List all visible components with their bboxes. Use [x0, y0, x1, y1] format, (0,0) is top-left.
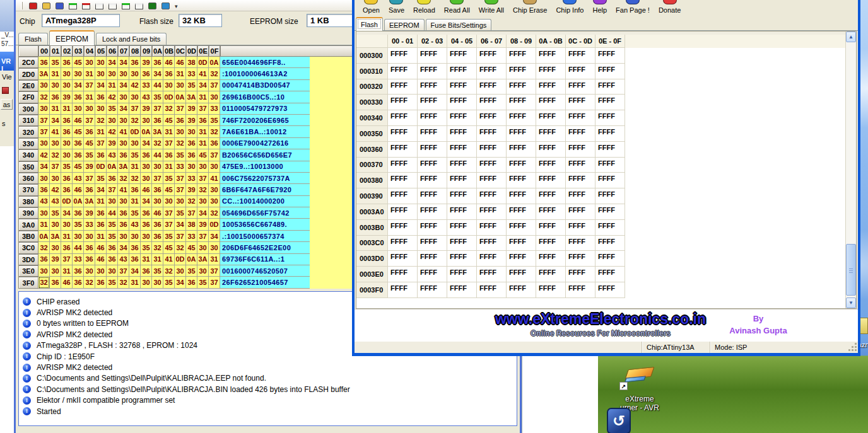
hex-byte-cell[interactable]: 0A — [141, 126, 152, 137]
hex-byte-cell[interactable]: 30 — [118, 138, 129, 149]
hex-byte-cell[interactable]: 35 — [163, 173, 175, 184]
hex-byte-cell[interactable]: 39 — [186, 184, 197, 195]
hex-byte-cell[interactable]: 32 — [197, 184, 209, 195]
hex-byte-cell[interactable]: 43 — [38, 196, 50, 207]
hex-byte-cell[interactable]: 30 — [107, 68, 118, 79]
hex-byte-cell[interactable]: 36 — [107, 242, 118, 253]
grid-word-cell[interactable]: FFFF — [418, 110, 447, 126]
grid-word-cell[interactable]: FFFF — [447, 220, 477, 236]
hex-byte-cell[interactable]: 0D — [175, 254, 186, 265]
grid-word-cell[interactable]: FFFF — [477, 126, 507, 142]
grid-word-cell[interactable]: FFFF — [447, 48, 477, 64]
hex-byte-cell[interactable]: 32 — [152, 242, 163, 253]
hex-byte-cell[interactable]: 30 — [61, 149, 73, 161]
grid-word-cell[interactable]: FFFF — [507, 64, 536, 79]
hex-byte-cell[interactable]: 46 — [163, 57, 175, 68]
grid-word-cell[interactable]: FFFF — [477, 142, 507, 158]
hex-byte-cell[interactable]: 37 — [84, 80, 95, 91]
hex-byte-cell[interactable]: 31 — [61, 231, 73, 242]
vertical-scrollbar[interactable]: ▲ ▼ — [845, 32, 856, 308]
grid-word-cell[interactable]: FFFF — [507, 220, 536, 236]
hex-byte-cell[interactable]: 37 — [209, 80, 220, 91]
grid-word-cell[interactable]: FFFF — [595, 110, 625, 126]
hex-byte-cell[interactable]: 34 — [197, 207, 209, 219]
hex-byte-cell[interactable]: 30 — [50, 242, 61, 253]
hex-byte-cell[interactable]: 30 — [95, 68, 107, 79]
hex-byte-cell[interactable]: 37 — [38, 115, 50, 126]
grid-word-cell[interactable]: FFFF — [595, 158, 625, 173]
hex-byte-cell[interactable]: 32 — [209, 207, 220, 219]
hex-byte-cell[interactable]: 45 — [73, 126, 84, 137]
hex-row-header[interactable]: 350 — [18, 161, 38, 173]
grid-word-cell[interactable]: FFFF — [418, 79, 447, 95]
hex-ascii-cell[interactable]: 0006E79004272616 — [220, 138, 310, 149]
hex-byte-cell[interactable]: 34 — [107, 57, 118, 68]
grid-word-cell[interactable]: FFFF — [536, 220, 566, 236]
hex-byte-cell[interactable]: 30 — [118, 196, 129, 207]
hex-byte-cell[interactable]: 30 — [107, 115, 118, 126]
hex-byte-cell[interactable]: 45 — [73, 57, 84, 68]
hex-byte-cell[interactable]: 37 — [163, 219, 175, 230]
grid-word-cell[interactable]: FFFF — [477, 79, 507, 95]
hex-byte-cell[interactable]: 30 — [107, 196, 118, 207]
resize-grip[interactable] — [849, 344, 857, 351]
hex-byte-cell[interactable]: 36 — [129, 242, 141, 253]
grid-word-cell[interactable]: FFFF — [477, 158, 507, 173]
grid-word-cell[interactable]: FFFF — [536, 79, 566, 95]
grid-word-cell[interactable]: FFFF — [507, 126, 536, 142]
scroll-up-arrow-icon[interactable]: ▲ — [846, 32, 856, 42]
desktop-icon-extreme-burner[interactable]: ↗ eXtreme urner - AVR — [617, 368, 662, 412]
hex-col-header-01[interactable]: 01 — [50, 45, 61, 57]
hex-byte-cell[interactable]: 30 — [186, 126, 197, 137]
grid-word-cell[interactable]: FFFF — [477, 48, 507, 64]
grid-word-cell[interactable]: FFFF — [507, 158, 536, 173]
hex-byte-cell[interactable]: 30 — [209, 184, 220, 195]
hex-col-header-02[interactable]: 02 — [61, 45, 73, 57]
grid-word-cell[interactable]: FFFF — [566, 142, 595, 158]
toolbar-button-save[interactable]: Save — [385, 0, 408, 14]
grid-word-cell[interactable]: FFFF — [477, 173, 507, 188]
hex-byte-cell[interactable]: 34 — [152, 68, 163, 79]
hex-byte-cell[interactable]: 37 — [197, 173, 209, 184]
hex-byte-cell[interactable]: 30 — [152, 196, 163, 207]
hex-byte-cell[interactable]: 30 — [129, 68, 141, 79]
hex-ascii-cell[interactable]: 7A6E61BA..:10012 — [220, 126, 310, 137]
hex-byte-cell[interactable]: 31 — [197, 138, 209, 149]
hex-byte-cell[interactable]: 33 — [175, 161, 186, 173]
grid-word-cell[interactable]: FFFF — [477, 95, 507, 110]
hex-byte-cell[interactable]: 3A — [38, 68, 50, 79]
grid-word-cell[interactable]: FFFF — [536, 158, 566, 173]
grid-word-cell[interactable]: FFFF — [595, 48, 625, 64]
grid-word-cell[interactable]: FFFF — [536, 236, 566, 251]
hex-byte-cell[interactable]: 32 — [163, 103, 175, 115]
hex-byte-cell[interactable]: 31 — [61, 103, 73, 115]
hex-byte-cell[interactable]: 39 — [84, 161, 95, 173]
hex-byte-cell[interactable]: 30 — [50, 173, 61, 184]
hex-row-header[interactable]: 3A0 — [18, 219, 38, 230]
hex-byte-cell[interactable]: 34 — [118, 57, 129, 68]
hex-byte-cell[interactable]: 30 — [118, 115, 129, 126]
hex-byte-cell[interactable]: 35 — [84, 149, 95, 161]
grid-word-cell[interactable]: FFFF — [418, 204, 447, 220]
hex-byte-cell[interactable]: 39 — [141, 57, 152, 68]
hex-byte-cell[interactable]: 3A — [84, 196, 95, 207]
grid-word-cell[interactable]: FFFF — [477, 267, 507, 282]
hex-byte-cell[interactable]: 42 — [107, 126, 118, 137]
toolbar-button-open[interactable]: Open — [360, 0, 383, 14]
hex-byte-cell[interactable]: 39 — [61, 91, 73, 103]
hex-byte-cell[interactable]: 36 — [50, 91, 61, 103]
hex-col-header-0B[interactable]: 0B — [163, 45, 175, 57]
hex-byte-cell[interactable]: 30 — [95, 265, 107, 277]
hex-byte-cell[interactable]: 30 — [141, 231, 152, 242]
toolbar-button-donate[interactable]: Donate — [655, 0, 684, 14]
hex-byte-cell[interactable]: 30 — [163, 196, 175, 207]
hex-byte-cell[interactable]: 45 — [197, 149, 209, 161]
hex-byte-cell[interactable]: 34 — [118, 80, 129, 91]
hex-byte-cell[interactable]: 36 — [73, 277, 84, 288]
grid-word-cell[interactable]: FFFF — [536, 95, 566, 110]
hex-byte-cell[interactable]: 36 — [152, 231, 163, 242]
grid-word-cell[interactable]: FFFF — [536, 282, 566, 298]
hex-row-header[interactable]: 340 — [18, 149, 38, 161]
hex-byte-cell[interactable]: 36 — [95, 91, 107, 103]
grid-word-cell[interactable]: FFFF — [566, 126, 595, 142]
